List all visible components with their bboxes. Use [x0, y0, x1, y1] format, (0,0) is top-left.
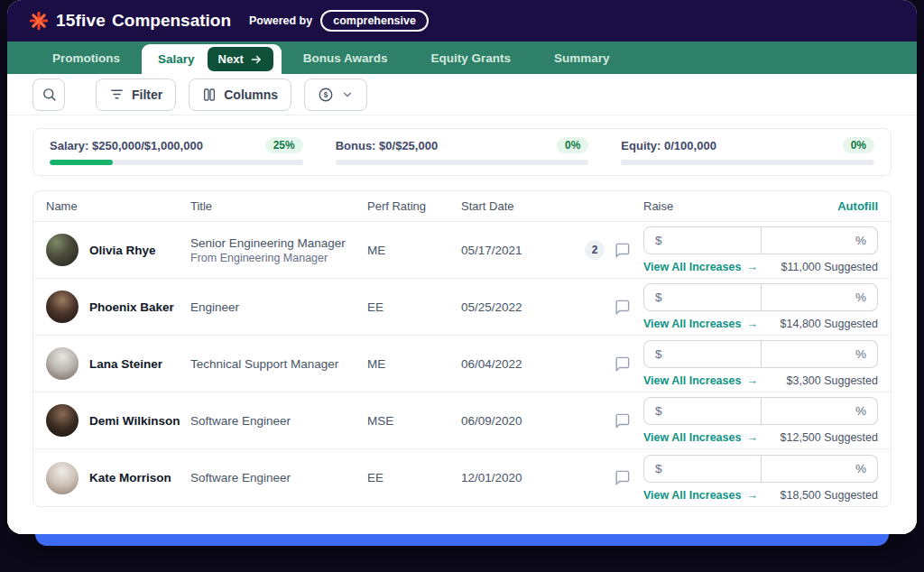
raise-percent-input[interactable]: %: [762, 283, 879, 311]
compensation-table: Name Title Perf Rating Start Date Raise …: [32, 190, 892, 507]
dollar-affix: $: [655, 291, 662, 304]
perf-rating-value: ME: [367, 244, 461, 257]
raise-amount-input[interactable]: $: [643, 226, 762, 254]
app-window: 15five Compensation Powered by comprehen…: [7, 0, 917, 534]
next-button[interactable]: Next: [208, 47, 273, 71]
equity-percent-badge: 0%: [843, 137, 874, 153]
table-row: Demi Wilkinson Software Engineer MSE 06/…: [33, 392, 891, 449]
bonus-budget: Bonus: $0/$25,000 0%: [336, 137, 589, 165]
comment-icon[interactable]: [614, 355, 631, 373]
filter-button[interactable]: Filter: [96, 78, 176, 111]
arrow-right-icon: →: [746, 261, 758, 273]
salary-progress-bar: [50, 160, 303, 165]
salary-budget: Salary: $250,000/$1,000,000 25%: [50, 137, 303, 165]
avatar: [46, 291, 79, 323]
table-row: Olivia Rhye Senior Engineering Manager F…: [33, 222, 891, 279]
employee-name: Kate Morrison: [89, 471, 171, 484]
header-name: Name: [46, 199, 190, 213]
header-raise: Raise: [643, 199, 673, 213]
search-icon: [42, 87, 57, 102]
tab-salary[interactable]: Salary: [158, 52, 195, 66]
chevron-down-icon: [341, 88, 354, 101]
employee-name: Olivia Rhye: [89, 244, 156, 257]
equity-budget: Equity: 0/100,000 0%: [621, 137, 874, 165]
svg-text:$: $: [324, 91, 328, 99]
employee-subtitle: From Engineering Manager: [190, 252, 367, 264]
filter-icon: [109, 87, 125, 102]
tab-bonus-awards[interactable]: Bonus Awards: [282, 42, 410, 74]
avatar: [46, 404, 79, 437]
raise-percent-input[interactable]: %: [762, 397, 879, 425]
perf-rating-value: EE: [367, 300, 461, 314]
table-header-row: Name Title Perf Rating Start Date Raise …: [33, 191, 891, 222]
avatar: [46, 234, 79, 266]
arrow-right-icon: →: [746, 431, 758, 444]
tab-equity-grants[interactable]: Equity Grants: [410, 42, 533, 74]
comment-icon[interactable]: [614, 412, 631, 429]
tab-promotions[interactable]: Promotions: [31, 42, 142, 74]
search-button[interactable]: [32, 78, 65, 111]
employee-title: Software Engineer: [190, 414, 367, 428]
salary-budget-label: Salary:: [50, 139, 88, 152]
raise-amount-input[interactable]: $: [643, 397, 762, 425]
dollar-affix: $: [655, 462, 662, 475]
employee-name: Lana Steiner: [89, 357, 162, 371]
arrow-right-icon: →: [746, 374, 758, 387]
autofill-link[interactable]: Autofill: [837, 199, 878, 213]
dollar-affix: $: [655, 404, 662, 418]
tab-summary[interactable]: Summary: [532, 42, 632, 74]
next-button-label: Next: [218, 52, 244, 66]
suggested-amount: $11,000 Suggested: [781, 261, 878, 273]
arrow-right-icon: [250, 53, 263, 66]
header-perf-rating: Perf Rating: [367, 199, 461, 213]
start-date-value: 05/25/2022: [461, 300, 577, 314]
employee-name: Demi Wilkinson: [89, 414, 180, 428]
table-row: Phoenix Baker Engineer EE 05/25/2022 $: [33, 279, 891, 336]
bonus-budget-label: Bonus:: [336, 139, 376, 152]
columns-icon: [202, 88, 217, 102]
perf-rating-value: MSE: [367, 414, 461, 428]
comment-icon[interactable]: [614, 469, 631, 486]
view-all-increases-label: View All Increases: [643, 318, 741, 330]
main-content: Salary: $250,000/$1,000,000 25% Bonus: $…: [7, 115, 917, 534]
section-nav: Promotions Salary Next Bonus Awards Equi…: [7, 42, 917, 74]
view-all-increases-label: View All Increases: [643, 374, 741, 387]
footer-accent-bar: [35, 534, 889, 546]
budget-summary-card: Salary: $250,000/$1,000,000 25% Bonus: $…: [32, 128, 892, 176]
start-date-value: 06/09/2020: [461, 414, 577, 428]
dollar-affix: $: [655, 347, 662, 361]
view-all-increases-link[interactable]: View All Increases →: [643, 261, 758, 273]
suggested-amount: $18,500 Suggested: [781, 489, 878, 502]
percent-affix: %: [855, 234, 866, 247]
header-title: Title: [190, 199, 367, 213]
view-all-increases-link[interactable]: View All Increases →: [643, 318, 758, 330]
salary-budget-value: $250,000/$1,000,000: [92, 139, 203, 152]
toolbar: Filter Columns $: [7, 74, 917, 115]
comment-icon[interactable]: [614, 299, 631, 316]
raise-percent-input[interactable]: %: [762, 455, 879, 483]
start-date-value: 06/04/2022: [461, 357, 577, 371]
raise-percent-input[interactable]: %: [762, 226, 879, 254]
comprehensive-badge: comprehensive: [320, 10, 429, 32]
salary-progress-fill: [50, 160, 113, 165]
table-row: Kate Morrison Software Engineer EE 12/01…: [33, 449, 891, 506]
fifteen-five-logo-icon: [29, 11, 49, 31]
view-all-increases-link[interactable]: View All Increases →: [643, 489, 758, 502]
raise-amount-input[interactable]: $: [643, 455, 762, 483]
currency-dropdown[interactable]: $: [304, 78, 367, 111]
columns-button[interactable]: Columns: [189, 78, 291, 111]
raise-amount-input[interactable]: $: [643, 340, 762, 368]
start-date-value: 05/17/2021: [461, 244, 577, 257]
equity-budget-value: 0/100,000: [664, 139, 716, 152]
start-date-value: 12/01/2020: [461, 471, 577, 484]
view-all-increases-link[interactable]: View All Increases →: [643, 431, 758, 444]
brand-name: 15five: [56, 11, 106, 31]
view-all-increases-link[interactable]: View All Increases →: [643, 374, 758, 387]
raise-amount-input[interactable]: $: [643, 283, 762, 311]
percent-affix: %: [855, 462, 866, 475]
comment-icon[interactable]: [614, 242, 631, 259]
filter-button-label: Filter: [132, 88, 162, 102]
bonus-percent-badge: 0%: [557, 137, 588, 153]
raise-percent-input[interactable]: %: [762, 340, 879, 368]
employee-title: Senior Engineering Manager: [190, 236, 367, 250]
